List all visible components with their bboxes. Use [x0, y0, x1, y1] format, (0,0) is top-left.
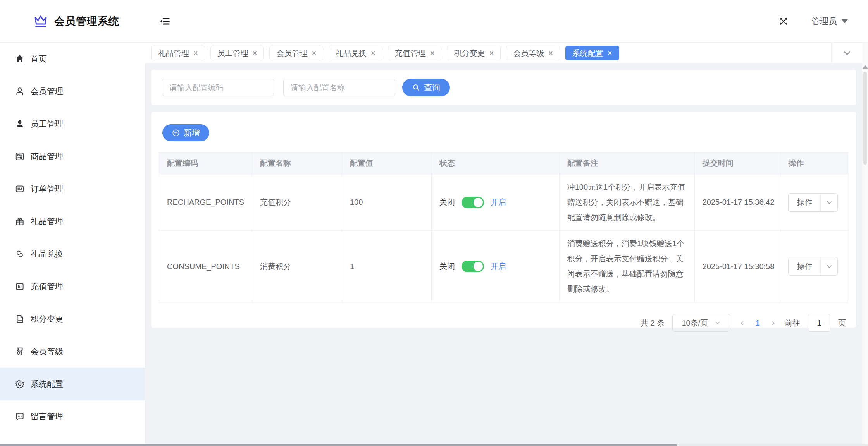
cell-remark: 消费赠送积分，消费1块钱赠送1个积分，开启表示支付赠送积分，关闭表示不赠送，基础… [559, 231, 694, 302]
settings-icon [14, 379, 25, 389]
switch-off-label: 关闭 [439, 261, 455, 272]
sidebar-item-system-config[interactable]: 系统配置 [0, 368, 145, 400]
status-toggle[interactable] [462, 261, 484, 272]
recharge-icon [14, 281, 25, 292]
sidebar-item-label: 会员管理 [31, 86, 63, 97]
close-icon[interactable]: × [193, 49, 198, 57]
plus-circle-icon [172, 129, 180, 137]
total-count: 共 2 条 [641, 318, 665, 328]
page-size-select[interactable]: 10条/页 [672, 314, 730, 332]
cell-actions: 操作 [780, 231, 848, 302]
close-icon[interactable]: × [312, 49, 316, 57]
sidebar-item-levels[interactable]: 会员等级 [0, 335, 145, 368]
goto-page-input[interactable] [808, 314, 830, 332]
vertical-scrollbar[interactable] [862, 43, 868, 444]
config-code-input[interactable] [162, 79, 274, 96]
close-icon[interactable]: × [548, 49, 553, 57]
status-toggle[interactable] [462, 197, 484, 208]
user-menu[interactable]: 管理员 [811, 15, 848, 27]
tab-bar: 礼品管理× 员工管理× 会员管理× 礼品兑换× 充值管理× 积分变更× 会员等级… [145, 43, 862, 63]
add-button[interactable]: 新增 [162, 124, 209, 141]
sidebar-item-points[interactable]: 积分变更 [0, 303, 145, 335]
tab-staff[interactable]: 员工管理× [210, 46, 264, 60]
order-icon [14, 184, 25, 194]
col-header-time: 提交时间 [694, 153, 780, 174]
close-icon[interactable]: × [253, 49, 257, 57]
tab-points[interactable]: 积分变更× [447, 46, 501, 60]
close-icon[interactable]: × [430, 49, 435, 57]
search-button[interactable]: 查询 [402, 79, 450, 96]
home-icon [14, 54, 25, 64]
scroll-up-arrow[interactable] [863, 65, 868, 69]
cell-time: 2025-01-17 15:30:58 [694, 231, 780, 302]
config-table-panel: 新增 配置编码 配置名称 配置值 状态 配置备注 提交时间 操作 [151, 112, 856, 328]
close-icon[interactable]: × [371, 49, 375, 57]
table-row: CONSUME_POINTS 消费积分 1 关闭 开启 消费赠送积分，消费1块钱… [159, 231, 848, 302]
cell-value: 100 [342, 174, 431, 231]
cell-code: RECHARGE_POINTS [159, 174, 252, 231]
app-window: 会员管理系统 [0, 0, 868, 446]
cell-remark: 冲100元送1个积分，开启表示充值赠送积分，关闭表示不赠送，基础配置请勿随意删除… [559, 174, 694, 231]
level-icon [14, 347, 25, 357]
search-panel: 查询 [151, 70, 856, 105]
close-icon[interactable]: × [608, 49, 612, 57]
col-header-actions: 操作 [780, 153, 848, 174]
chevron-down-icon[interactable] [820, 194, 837, 211]
chevron-down-icon [714, 319, 721, 326]
tab-recharge[interactable]: 充值管理× [388, 46, 442, 60]
next-page-button[interactable]: › [769, 317, 777, 328]
sidebar-collapse-icon[interactable] [159, 15, 170, 27]
config-name-input[interactable] [283, 79, 395, 96]
page-number-1[interactable]: 1 [754, 318, 761, 328]
points-icon [14, 314, 25, 324]
chevron-down-icon [842, 48, 852, 58]
user-caret-down-icon [842, 19, 848, 23]
chevron-down-icon[interactable] [820, 257, 837, 275]
sidebar-item-members[interactable]: 会员管理 [0, 75, 145, 108]
sidebar-item-recharge[interactable]: 充值管理 [0, 270, 145, 303]
fullscreen-icon[interactable] [778, 16, 789, 27]
row-action-dropdown[interactable]: 操作 [788, 257, 838, 276]
tab-overflow-button[interactable] [831, 43, 862, 63]
logo: 会员管理系统 [0, 0, 145, 42]
gift-icon [14, 216, 25, 227]
cell-code: CONSUME_POINTS [159, 231, 252, 302]
member-icon [14, 86, 25, 97]
sidebar-item-orders[interactable]: 订单管理 [0, 173, 145, 205]
cell-name: 消费积分 [252, 231, 342, 302]
main-content: 查询 新增 配置编码 配置名称 配置值 [145, 63, 862, 444]
sidebar-item-products[interactable]: 商品管理 [0, 140, 145, 173]
switch-off-label: 关闭 [439, 197, 455, 208]
sidebar-item-label: 会员等级 [31, 346, 63, 357]
sidebar-item-home[interactable]: 首页 [0, 43, 145, 75]
col-header-value: 配置值 [342, 153, 431, 174]
col-header-name: 配置名称 [252, 153, 342, 174]
row-action-dropdown[interactable]: 操作 [788, 193, 838, 212]
col-header-code: 配置编码 [159, 153, 252, 174]
toggle-knob [474, 198, 483, 207]
tab-gifts[interactable]: 礼品管理× [151, 46, 205, 60]
sidebar-item-gifts[interactable]: 礼品管理 [0, 205, 145, 238]
sidebar-item-redeem[interactable]: 礼品兑换 [0, 238, 145, 270]
tab-members[interactable]: 会员管理× [269, 46, 323, 60]
tab-redeem[interactable]: 礼品兑换× [329, 46, 382, 60]
scroll-thumb[interactable] [863, 72, 867, 165]
cell-status: 关闭 开启 [431, 231, 559, 302]
redeem-icon [14, 249, 25, 259]
cell-actions: 操作 [780, 174, 848, 231]
table-header-row: 配置编码 配置名称 配置值 状态 配置备注 提交时间 操作 [159, 153, 848, 174]
sidebar-item-label: 留言管理 [31, 411, 63, 422]
product-icon [14, 151, 25, 162]
tab-system-config[interactable]: 系统配置× [565, 46, 619, 60]
sidebar-item-staff[interactable]: 员工管理 [0, 108, 145, 140]
switch-on-label: 开启 [491, 261, 506, 272]
tab-levels[interactable]: 会员等级× [506, 46, 560, 60]
sidebar-item-messages[interactable]: 留言管理 [0, 400, 145, 433]
col-header-remark: 配置备注 [559, 153, 694, 174]
col-header-status: 状态 [431, 153, 559, 174]
prev-page-button[interactable]: ‹ [738, 317, 746, 328]
sidebar-item-label: 商品管理 [31, 151, 63, 162]
horizontal-scrollbar[interactable] [0, 444, 868, 446]
close-icon[interactable]: × [489, 49, 494, 57]
scroll-thumb[interactable] [0, 444, 677, 446]
